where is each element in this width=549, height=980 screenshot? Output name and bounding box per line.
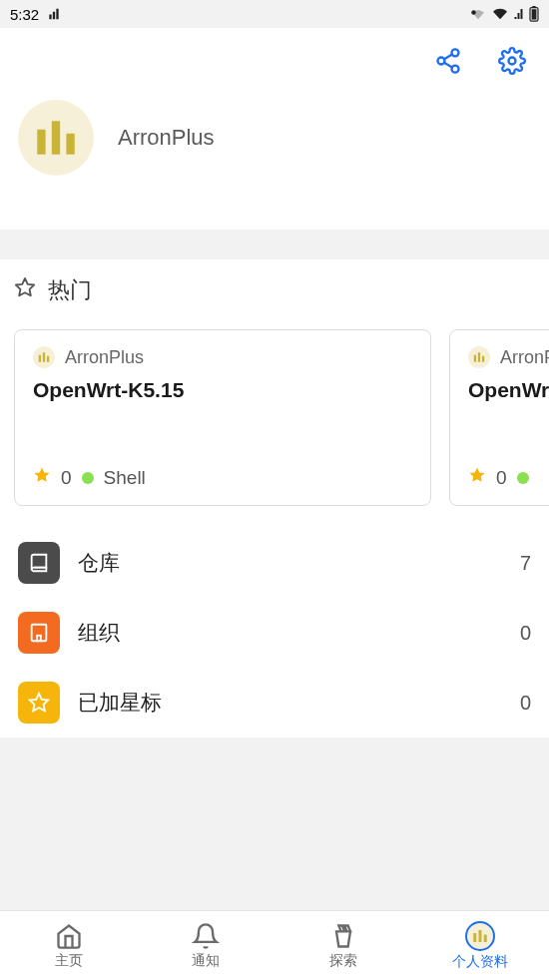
language-dot bbox=[82, 472, 94, 484]
star-outline-icon bbox=[14, 276, 36, 304]
repo-language: Shell bbox=[104, 467, 146, 489]
svg-marker-10 bbox=[16, 278, 34, 295]
bottom-nav: 主页 通知 探索 个人资料 bbox=[0, 910, 549, 980]
profile-header: ArronPlus bbox=[0, 28, 549, 230]
profile-avatar[interactable] bbox=[18, 100, 94, 176]
star-icon bbox=[468, 466, 486, 489]
svg-marker-11 bbox=[35, 468, 50, 482]
starred-icon bbox=[18, 682, 60, 724]
org-icon bbox=[18, 612, 60, 654]
nav-home[interactable]: 主页 bbox=[0, 911, 138, 980]
row-label: 仓库 bbox=[78, 549, 502, 577]
nav-label: 主页 bbox=[55, 952, 83, 970]
status-indicators bbox=[469, 6, 539, 22]
starred-row[interactable]: 已加星标 0 bbox=[0, 668, 549, 737]
svg-rect-20 bbox=[37, 636, 41, 642]
svg-point-9 bbox=[509, 58, 516, 65]
repo-stars: 0 bbox=[496, 467, 507, 489]
popular-section: 热门 ArronPlus OpenWrt-K5.15 0 Shell bbox=[0, 259, 549, 737]
settings-button[interactable] bbox=[495, 44, 529, 78]
nav-explore[interactable]: 探索 bbox=[274, 911, 412, 980]
share-button[interactable] bbox=[431, 44, 465, 78]
svg-marker-21 bbox=[30, 694, 48, 711]
repo-card[interactable]: ArronPlus OpenWrt-K5.15 0 Shell bbox=[14, 329, 431, 506]
repo-icon bbox=[18, 542, 60, 584]
nav-notifications[interactable]: 通知 bbox=[138, 911, 275, 980]
profile-username: ArronPlus bbox=[118, 125, 215, 151]
organizations-row[interactable]: 组织 0 bbox=[0, 598, 549, 668]
nav-avatar-icon bbox=[465, 921, 495, 951]
row-count: 0 bbox=[520, 692, 531, 715]
nav-label: 通知 bbox=[192, 952, 220, 970]
repo-owner-avatar bbox=[33, 346, 55, 368]
nav-label: 探索 bbox=[329, 952, 357, 970]
row-label: 组织 bbox=[78, 619, 502, 647]
star-icon bbox=[33, 466, 51, 489]
nav-label: 个人资料 bbox=[452, 953, 508, 971]
nav-profile[interactable]: 个人资料 bbox=[412, 911, 550, 980]
status-app-icon bbox=[47, 7, 61, 21]
svg-marker-12 bbox=[470, 468, 485, 482]
svg-point-0 bbox=[471, 10, 476, 15]
repo-owner-avatar bbox=[468, 346, 490, 368]
svg-line-7 bbox=[444, 63, 452, 68]
row-label: 已加星标 bbox=[78, 689, 502, 717]
repo-name: OpenWrt-K5.15 bbox=[33, 378, 412, 402]
status-bar: 5:32 bbox=[0, 0, 549, 28]
row-count: 7 bbox=[520, 552, 531, 575]
repo-owner-name: ArronPlus bbox=[500, 347, 549, 368]
repo-owner-name: ArronPlus bbox=[65, 347, 144, 368]
svg-line-8 bbox=[444, 55, 452, 60]
repo-name: OpenWr bbox=[468, 378, 549, 402]
repositories-row[interactable]: 仓库 7 bbox=[0, 528, 549, 598]
row-count: 0 bbox=[520, 622, 531, 645]
svg-rect-13 bbox=[32, 625, 47, 642]
language-dot bbox=[517, 472, 529, 484]
repo-stars: 0 bbox=[61, 467, 72, 489]
popular-title: 热门 bbox=[48, 275, 92, 305]
status-time: 5:32 bbox=[10, 6, 39, 23]
svg-rect-2 bbox=[532, 9, 537, 19]
repo-card[interactable]: ArronPlus OpenWr 0 bbox=[449, 329, 549, 506]
svg-rect-3 bbox=[532, 6, 535, 8]
